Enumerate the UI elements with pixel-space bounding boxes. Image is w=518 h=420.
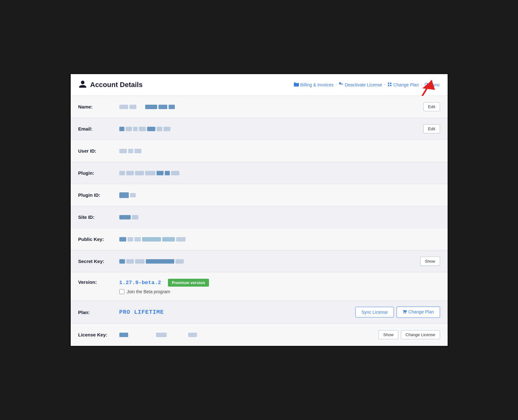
dot-separator-2: · (384, 82, 385, 88)
version-main: 1.27.9-beta.2 Premium version (119, 279, 209, 287)
pixel (119, 127, 124, 131)
licensekey-row: License Key: Show Change License (71, 324, 448, 346)
sync-license-button[interactable]: Sync License (355, 307, 394, 318)
page-title: Account Details (90, 81, 143, 89)
siteid-label: Site ID: (78, 214, 119, 220)
pixel (126, 259, 134, 264)
deactivate-license-link[interactable]: Deactivate License (339, 82, 382, 88)
licensekey-value (119, 333, 379, 337)
pixel (126, 127, 132, 131)
pixel (162, 237, 175, 242)
plan-name: PRO LIFETIME (119, 309, 164, 315)
version-number: 1.27.9-beta.2 (119, 280, 161, 286)
name-pixels (119, 105, 175, 109)
plugin-row: Plugin: (71, 162, 448, 184)
pixel (132, 215, 138, 219)
licensekey-pixels (119, 333, 197, 337)
siteid-row: Site ID: (71, 206, 448, 228)
premium-badge: Premium version (168, 279, 209, 287)
pixel (188, 333, 197, 337)
secretkey-actions: Show (420, 257, 440, 266)
pluginid-value (119, 192, 440, 198)
pixel (119, 149, 127, 153)
dot-separator-1: · (336, 82, 337, 88)
publickey-pixels (119, 237, 186, 242)
pixel (176, 259, 184, 264)
beta-label: Join the Beta program (127, 289, 170, 294)
secretkey-value (119, 259, 420, 264)
change-plan-link[interactable]: Change Plan (387, 82, 419, 88)
licensekey-show-button[interactable]: Show (378, 330, 398, 339)
page-title-area: Account Details (78, 80, 143, 90)
pixel (156, 333, 167, 337)
pluginid-label: Plugin ID: (78, 192, 119, 198)
change-plan-label: Change Plan (393, 82, 419, 87)
billing-invoices-link[interactable]: Billing & Invoices (294, 82, 334, 88)
secretkey-pixels (119, 259, 184, 264)
email-actions: Edit (423, 124, 440, 133)
pixel (119, 237, 126, 242)
email-value (119, 127, 424, 131)
licensekey-label: License Key: (78, 332, 119, 337)
beta-program-row: Join the Beta program (119, 289, 209, 294)
pixel (176, 237, 186, 242)
person-icon (78, 80, 87, 90)
name-actions: Edit (423, 102, 440, 111)
version-row: Version: 1.27.9-beta.2 Premium version J… (71, 272, 448, 301)
pixel (146, 259, 174, 264)
pixel (128, 149, 133, 153)
pixel (171, 171, 179, 175)
plugin-label: Plugin: (78, 170, 119, 176)
secretkey-show-button[interactable]: Show (420, 257, 440, 266)
pixel (142, 237, 161, 242)
sync-link[interactable]: Sync (424, 82, 440, 88)
publickey-label: Public Key: (78, 236, 119, 242)
publickey-value (119, 237, 440, 242)
email-label: Email: (78, 126, 119, 131)
siteid-value (119, 215, 440, 219)
pixel (119, 192, 129, 198)
plan-value: PRO LIFETIME (119, 309, 356, 315)
userid-pixels (119, 149, 141, 153)
change-license-button[interactable]: Change License (401, 330, 440, 339)
plan-row: Plan: PRO LIFETIME Sync License Change P… (71, 301, 448, 324)
beta-checkbox[interactable] (119, 289, 124, 294)
cart-icon: Change Plan (402, 309, 434, 314)
pixel (134, 237, 141, 242)
header-actions: Billing & Invoices · Deactivate License … (294, 82, 440, 88)
email-row: Email: Edit (71, 118, 448, 140)
pixel (119, 105, 128, 109)
licensekey-actions: Show Change License (378, 330, 440, 339)
version-label: Version: (78, 279, 119, 285)
plan-label: Plan: (78, 310, 119, 315)
name-edit-button[interactable]: Edit (423, 102, 440, 111)
secretkey-row: Secret Key: Show (71, 250, 448, 272)
version-content: 1.27.9-beta.2 Premium version Join the B… (119, 279, 209, 294)
plan-actions: Sync License Change Plan (355, 306, 440, 318)
pluginid-row: Plugin ID: (71, 184, 448, 206)
pixel (147, 127, 155, 131)
siteid-pixels (119, 215, 138, 219)
sync-icon (424, 82, 429, 88)
key-icon (339, 82, 343, 88)
pixel (135, 171, 144, 175)
pixel (145, 105, 157, 109)
change-plan-button[interactable]: Change Plan (396, 306, 440, 318)
grid-icon (387, 82, 392, 88)
email-edit-button[interactable]: Edit (423, 124, 440, 133)
pixel (126, 171, 134, 175)
pixel (165, 171, 170, 175)
plugin-pixels (119, 171, 179, 175)
name-label: Name: (78, 104, 119, 109)
pixel (119, 171, 125, 175)
pixel (119, 259, 125, 264)
email-pixels (119, 127, 170, 131)
sync-label: Sync (430, 82, 440, 87)
publickey-row: Public Key: (71, 228, 448, 250)
userid-label: User ID: (78, 148, 119, 154)
page-header: Account Details Billing & Invoices · (71, 74, 448, 96)
pixel (157, 171, 164, 175)
userid-row: User ID: (71, 140, 448, 162)
plugin-value (119, 171, 440, 175)
name-row: Name: Edit (71, 96, 448, 118)
